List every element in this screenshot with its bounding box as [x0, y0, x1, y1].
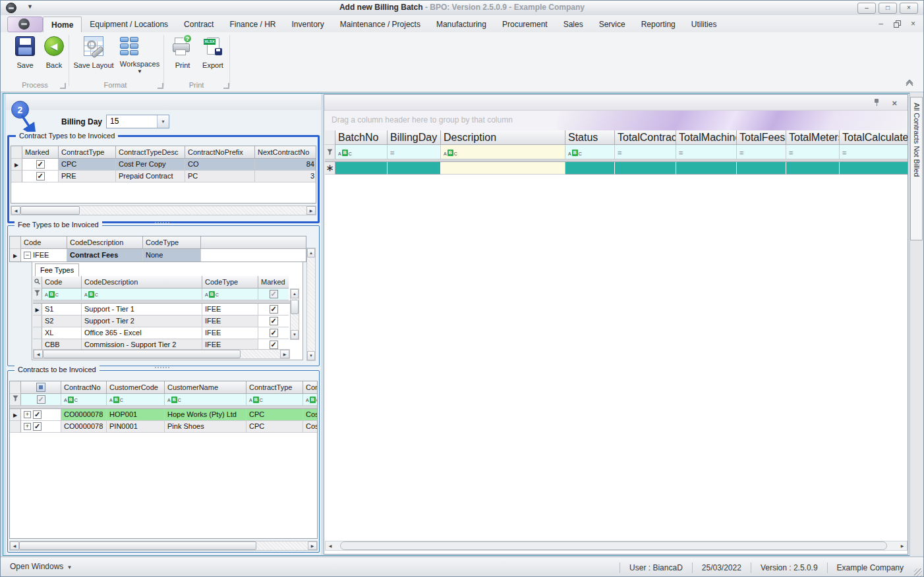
cell-code-type[interactable]: None	[143, 249, 201, 262]
filter-cell[interactable]	[388, 145, 441, 159]
cell-code-type[interactable]: IFEE	[202, 339, 258, 350]
tab-maintenance-projects[interactable]: Maintenance / Projects	[332, 16, 428, 32]
checkbox-checked[interactable]	[270, 341, 278, 349]
filter-cell[interactable]	[441, 145, 565, 159]
column-header-totalcalculatedvalue[interactable]: TotalCalculatedValue	[840, 130, 908, 145]
column-header-totalfees[interactable]: TotalFees	[737, 130, 786, 145]
filter-cell[interactable]	[737, 145, 786, 159]
select-all-checkbox[interactable]	[36, 383, 45, 392]
cell-code-description[interactable]: Contract Fees	[67, 249, 143, 262]
cell-select[interactable]: +	[21, 409, 61, 421]
cell-marked[interactable]	[258, 339, 289, 350]
new-cell-totalfees[interactable]	[737, 162, 786, 175]
tab-utilities[interactable]: Utilities	[683, 16, 725, 32]
filter-cell[interactable]	[786, 145, 840, 159]
new-cell-totalmeters[interactable]	[786, 162, 840, 175]
cell-code-type[interactable]: IFEE	[202, 316, 258, 327]
column-header-marked[interactable]: Marked	[22, 146, 59, 159]
cell-marked[interactable]	[22, 171, 59, 182]
collapse-icon[interactable]: −	[24, 252, 31, 259]
table-row[interactable]: CPC Cost Per Copy CO 84	[11, 159, 316, 171]
save-layout-button[interactable]: Save Layout	[72, 36, 115, 78]
cell-code-type[interactable]: IFEE	[202, 327, 258, 339]
cell-code[interactable]: S1	[42, 304, 82, 316]
horizontal-scrollbar[interactable]: ◀ ▶	[325, 541, 908, 551]
filter-cell[interactable]	[202, 288, 258, 300]
column-header-contracttype[interactable]: ContractType	[246, 381, 303, 394]
tab-home[interactable]: Home	[43, 16, 82, 32]
cell-contract-type-desc[interactable]: Cost	[303, 421, 318, 433]
column-header-totalmeters[interactable]: TotalMeters	[786, 130, 840, 145]
filter-cell[interactable]	[258, 288, 289, 300]
tab-reporting[interactable]: Reporting	[633, 16, 683, 32]
checkbox-checked[interactable]	[270, 317, 278, 325]
column-header-codedescription[interactable]: CodeDescription	[67, 236, 143, 249]
filter-cell[interactable]	[565, 145, 615, 159]
checkbox-checked[interactable]	[270, 329, 278, 337]
tab-finance-hr[interactable]: Finance / HR	[221, 16, 283, 32]
filter-cell[interactable]	[21, 394, 61, 406]
table-row[interactable]: S2 Support - Tier 2 IFEE	[33, 316, 290, 327]
checkbox-checked[interactable]	[270, 305, 278, 314]
mdi-restore-icon[interactable]	[894, 20, 900, 27]
billing-day-select[interactable]: 15 ▼	[106, 115, 169, 128]
column-header-contractnoprefix[interactable]: ContractNoPrefix	[185, 146, 255, 159]
workspaces-dropdown-icon[interactable]: ▼	[119, 69, 160, 74]
tab-manufacturing[interactable]: Manufacturing	[428, 16, 494, 32]
cell-next-contract-no[interactable]: 84	[255, 159, 316, 171]
cell-code-description[interactable]: Commission - Support Tier 2	[82, 339, 202, 350]
open-windows-button[interactable]: Open Windows▼	[10, 562, 72, 571]
new-cell-totalcontracts[interactable]	[615, 162, 676, 175]
cell-code[interactable]: −IFEE	[21, 249, 67, 262]
tab-all-contracts-not-billed[interactable]: All Contracts Not Billed	[910, 97, 923, 240]
scroll-up-icon[interactable]: ▲	[291, 289, 299, 298]
cell-customer-name[interactable]: Hope Works (Pty) Ltd	[165, 409, 246, 421]
cell-marked[interactable]	[258, 327, 289, 339]
mdi-close-icon[interactable]: ×	[911, 20, 915, 28]
tab-inventory[interactable]: Inventory	[283, 16, 332, 32]
cell-marked[interactable]	[258, 316, 289, 327]
splitter-handle[interactable]	[149, 367, 175, 370]
cell-customer-code[interactable]: HOP001	[107, 409, 165, 421]
application-button[interactable]	[7, 16, 43, 32]
cell-contract-type[interactable]: PRE	[59, 171, 116, 182]
cell-contract-prefix[interactable]: PC	[185, 171, 255, 182]
filter-cell[interactable]	[676, 145, 737, 159]
scroll-left-icon[interactable]: ◀	[34, 350, 43, 358]
cell-customer-name[interactable]: Pink Shoes	[165, 421, 246, 433]
group-dialog-launcher-icon[interactable]	[158, 83, 163, 89]
scroll-down-icon[interactable]: ▼	[291, 330, 299, 339]
new-cell-batchno[interactable]	[335, 162, 388, 175]
column-header-contracttypedesc[interactable]: ContractTypeDesc	[116, 146, 185, 159]
fee-types-detail-tab[interactable]: Fee Types	[35, 263, 79, 277]
column-header-totalcontracts[interactable]: TotalContracts	[615, 130, 676, 145]
column-header-customercode[interactable]: CustomerCode	[107, 381, 165, 394]
export-button[interactable]: XLSX Export	[198, 36, 227, 78]
print-button[interactable]: ? Print	[168, 36, 197, 78]
group-dialog-launcher-icon[interactable]	[60, 83, 66, 89]
horizontal-scrollbar[interactable]: ◀ ▶	[9, 541, 318, 551]
cell-code[interactable]: CBB	[42, 339, 82, 350]
cell-code[interactable]: S2	[42, 316, 82, 327]
cell-contract-type[interactable]: CPC	[246, 421, 303, 433]
filter-cell[interactable]	[165, 394, 246, 406]
new-cell-totalmachines[interactable]	[676, 162, 737, 175]
table-row[interactable]: + CO0000078 HOP001 Hope Works (Pty) Ltd …	[10, 409, 317, 421]
filter-cell[interactable]	[107, 394, 165, 406]
tab-procurement[interactable]: Procurement	[494, 16, 556, 32]
checkbox-checked[interactable]	[33, 422, 42, 431]
cell-contract-type-desc[interactable]: Cost Per Copy	[116, 159, 185, 171]
column-header-billingday[interactable]: BillingDay	[388, 130, 441, 145]
chevron-down-icon[interactable]: ▼	[157, 115, 169, 128]
table-row[interactable]: CBB Commission - Support Tier 2 IFEE	[33, 339, 290, 350]
cell-contract-type[interactable]: CPC	[59, 159, 116, 171]
new-cell-billingday[interactable]	[388, 162, 441, 175]
new-cell-status[interactable]	[565, 162, 615, 175]
cell-marked[interactable]	[22, 159, 59, 171]
cell-next-contract-no[interactable]: 3	[255, 171, 316, 182]
cell-contract-type[interactable]: CPC	[246, 409, 303, 421]
close-panel-icon[interactable]	[892, 97, 897, 109]
filter-row[interactable]	[325, 145, 908, 159]
column-header-batchno[interactable]: BatchNo	[335, 130, 388, 145]
scroll-left-icon[interactable]: ◀	[11, 206, 20, 215]
